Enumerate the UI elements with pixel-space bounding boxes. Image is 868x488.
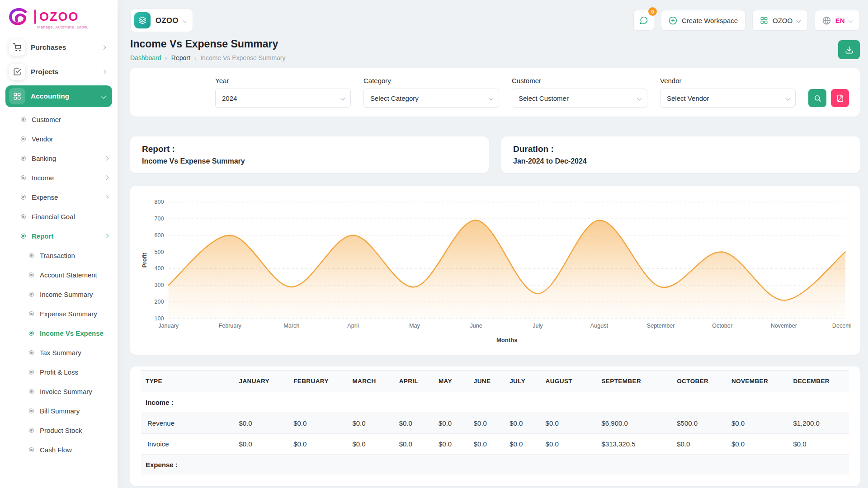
column-header: TYPE bbox=[141, 371, 234, 392]
chevron-down-icon bbox=[101, 94, 105, 98]
breadcrumb-report[interactable]: Report bbox=[171, 54, 190, 61]
value-cell: $0.0 bbox=[289, 413, 348, 434]
sidebar: OZOO Manage. Automate. Grow. Purchases P… bbox=[0, 0, 118, 488]
breadcrumb-dashboard[interactable]: Dashboard bbox=[130, 54, 161, 61]
filter-panel: Year 2024 Category Select Category Custo… bbox=[130, 68, 860, 117]
bullet-icon bbox=[29, 331, 34, 336]
sidebar-item-financial-goal[interactable]: Financial Goal bbox=[0, 207, 118, 226]
download-button[interactable] bbox=[838, 40, 860, 59]
sidebar-item-accounting[interactable]: Accounting bbox=[5, 85, 112, 107]
workspace-selector[interactable]: OZOO bbox=[130, 9, 193, 32]
sidebar-item-account-statement[interactable]: Account Statement bbox=[0, 265, 118, 285]
grid-icon bbox=[760, 16, 768, 24]
sidebar-item-label: Product Stock bbox=[40, 427, 82, 434]
vendor-select[interactable]: Select Vendor bbox=[660, 89, 796, 108]
download-icon bbox=[845, 46, 854, 54]
sidebar-item-bill-summary[interactable]: Bill Summary bbox=[0, 401, 118, 421]
svg-text:April: April bbox=[347, 323, 359, 329]
breadcrumb-separator: › bbox=[194, 55, 196, 61]
svg-text:August: August bbox=[590, 323, 609, 329]
svg-text:November: November bbox=[771, 323, 797, 329]
sidebar-item-label: Bill Summary bbox=[40, 407, 80, 415]
customer-label: Customer bbox=[512, 77, 647, 84]
income-expense-table: TYPEJANUARYFEBRUARYMARCHAPRILMAYJUNEJULY… bbox=[141, 370, 849, 475]
sidebar-item-cash-flow[interactable]: Cash Flow bbox=[0, 440, 118, 460]
page-head: Income Vs Expense Summary Dashboard › Re… bbox=[130, 38, 860, 61]
svg-text:Profit: Profit bbox=[142, 253, 148, 267]
column-header: DECEMBER bbox=[788, 371, 849, 392]
sidebar-nav: Purchases Projects Accounting CustomerVe… bbox=[0, 37, 118, 460]
chevron-down-icon bbox=[183, 18, 187, 22]
workspace-menu-button[interactable]: OZOO bbox=[752, 10, 808, 31]
layers-icon bbox=[134, 12, 151, 28]
value-cell: $0.0 bbox=[727, 434, 789, 455]
svg-text:June: June bbox=[470, 323, 482, 329]
sidebar-item-label: Report bbox=[32, 232, 53, 240]
messages-button[interactable]: 0 bbox=[633, 10, 654, 31]
column-header: OCTOBER bbox=[672, 371, 727, 392]
svg-text:March: March bbox=[283, 323, 299, 329]
column-header: MARCH bbox=[348, 371, 394, 392]
sidebar-item-projects[interactable]: Projects bbox=[5, 61, 112, 83]
value-cell: $0.0 bbox=[541, 434, 597, 455]
sidebar-item-income[interactable]: Income bbox=[0, 168, 118, 188]
category-select[interactable]: Select Category bbox=[363, 89, 499, 108]
chevron-right-icon bbox=[104, 234, 108, 238]
sidebar-item-invoice-summary[interactable]: Invoice Summary bbox=[0, 382, 118, 401]
sidebar-item-profit-loss[interactable]: Profit & Loss bbox=[0, 362, 118, 382]
main-content: OZOO 0 Create Workspace OZOO EN bbox=[118, 0, 868, 488]
bullet-icon bbox=[29, 447, 34, 452]
value-cell: $0.0 bbox=[434, 413, 469, 434]
customer-select[interactable]: Select Customer bbox=[512, 89, 647, 108]
language-selector[interactable]: EN bbox=[815, 10, 860, 31]
create-workspace-button[interactable]: Create Workspace bbox=[661, 10, 745, 31]
svg-text:January: January bbox=[158, 323, 179, 329]
sidebar-item-expense[interactable]: Expense bbox=[0, 188, 118, 207]
sidebar-item-purchases[interactable]: Purchases bbox=[5, 37, 112, 58]
sidebar-item-label: Expense Summary bbox=[40, 310, 97, 318]
vendor-label: Vendor bbox=[660, 77, 796, 84]
bullet-icon bbox=[29, 428, 34, 433]
year-select[interactable]: 2024 bbox=[215, 89, 351, 108]
sidebar-item-income-vs-expense[interactable]: Income Vs Expense bbox=[0, 324, 118, 343]
value-cell: $0.0 bbox=[234, 434, 289, 455]
sidebar-item-tax-summary[interactable]: Tax Summary bbox=[0, 343, 118, 362]
sidebar-item-label: Income Summary bbox=[40, 291, 93, 298]
sidebar-item-label: Banking bbox=[32, 155, 56, 162]
category-label: Category bbox=[363, 77, 499, 84]
sidebar-item-label: Invoice Summary bbox=[40, 388, 92, 395]
sidebar-item-banking[interactable]: Banking bbox=[0, 149, 118, 168]
sidebar-item-vendor[interactable]: Vendor bbox=[0, 129, 118, 149]
sidebar-item-income-summary[interactable]: Income Summary bbox=[0, 285, 118, 304]
value-cell: $0.0 bbox=[395, 434, 434, 455]
value-cell: $6,900.0 bbox=[597, 413, 672, 434]
income-expense-table-card: TYPEJANUARYFEBRUARYMARCHAPRILMAYJUNEJULY… bbox=[130, 366, 860, 486]
sidebar-item-expense-summary[interactable]: Expense Summary bbox=[0, 304, 118, 324]
vendor-value: Select Vendor bbox=[667, 94, 709, 102]
sidebar-item-label: Expense bbox=[32, 193, 58, 201]
svg-text:July: July bbox=[533, 323, 543, 329]
breadcrumb-separator: › bbox=[165, 55, 167, 61]
sidebar-item-label: Income Vs Expense bbox=[40, 329, 104, 337]
sidebar-item-label: Vendor bbox=[32, 135, 53, 143]
search-button[interactable] bbox=[808, 89, 826, 107]
svg-text:February: February bbox=[218, 323, 241, 329]
workspace-name: OZOO bbox=[156, 16, 179, 25]
app-logo[interactable]: OZOO Manage. Automate. Grow. bbox=[0, 0, 118, 32]
value-cell: $0.0 bbox=[788, 434, 849, 455]
value-cell: $313,320.5 bbox=[597, 434, 672, 455]
sidebar-item-product-stock[interactable]: Product Stock bbox=[0, 421, 118, 440]
reset-filter-button[interactable] bbox=[831, 89, 849, 107]
sidebar-item-transaction[interactable]: Transaction bbox=[0, 246, 118, 265]
year-value: 2024 bbox=[222, 94, 237, 102]
table-row: Invoice$0.0$0.0$0.0$0.0$0.0$0.0$0.0$0.0$… bbox=[141, 434, 849, 455]
year-label: Year bbox=[215, 77, 351, 84]
report-summary-value: Income Vs Expense Summary bbox=[142, 157, 477, 165]
svg-text:200: 200 bbox=[154, 299, 164, 305]
bullet-icon bbox=[21, 234, 26, 239]
sidebar-item-customer[interactable]: Customer bbox=[0, 110, 118, 129]
svg-text:300: 300 bbox=[154, 282, 164, 288]
sidebar-item-report[interactable]: Report bbox=[0, 226, 118, 246]
chevron-right-icon bbox=[101, 70, 105, 74]
svg-text:700: 700 bbox=[154, 216, 164, 222]
